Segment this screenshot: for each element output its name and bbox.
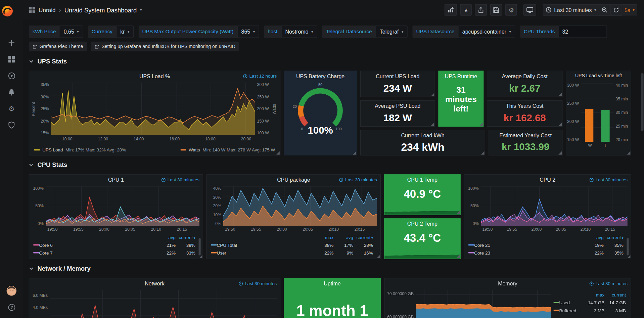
cpu-package-chart[interactable] [223, 186, 377, 226]
panel-title[interactable]: CPU 1 Temp [384, 175, 460, 184]
server-admin-shield-icon[interactable] [0, 117, 23, 133]
axis-tick: 19:50 [225, 227, 235, 233]
dashboard-settings-gear-icon[interactable]: ⚙ [506, 4, 517, 15]
panel-title[interactable]: UPS Battery Charge [284, 71, 357, 81]
ups-load-chart[interactable] [51, 83, 255, 135]
panel-title[interactable]: Average PSU Load [361, 101, 434, 110]
svg-text:20: 20 [293, 104, 297, 108]
alerting-bell-icon[interactable] [0, 84, 23, 100]
variable-value-dropdown[interactable]: Telegraf▾ [376, 26, 408, 38]
axis-tick: 19:55 [507, 227, 517, 233]
cpu2-chart[interactable] [481, 186, 628, 226]
save-icon[interactable] [490, 4, 502, 15]
legend-series-name[interactable]: Core 6 [39, 242, 156, 247]
dashboard-link[interactable]: Grafana Plex Theme [29, 42, 87, 51]
section-cpu-stats[interactable]: CPU Stats [29, 161, 67, 168]
series-color-dash [34, 149, 40, 150]
explore-icon[interactable] [0, 67, 23, 84]
caret-down-icon: ▾ [402, 30, 404, 34]
dashboard-link[interactable]: Setting up Grafana and InfluxDB for UPS … [91, 42, 239, 51]
user-avatar[interactable] [0, 282, 23, 299]
y-axis-label-left: Percent [31, 83, 36, 135]
section-ups-stats[interactable]: UPS Stats [29, 57, 67, 64]
variable-value-dropdown[interactable]: Nostromo▾ [281, 26, 317, 38]
network-chart[interactable] [50, 290, 277, 318]
variable-value-dropdown[interactable]: apcupsd-container▾ [458, 26, 515, 38]
refresh-icon[interactable] [610, 4, 622, 15]
cpu-threads-input[interactable] [558, 26, 607, 38]
panel-title[interactable]: Estimated Yearly Cost [489, 130, 562, 140]
add-panel-icon[interactable] [445, 4, 457, 15]
panel-title[interactable]: UPS Load vs Time left [566, 71, 631, 81]
ups-load-time-bar-chart[interactable] [581, 84, 614, 142]
legend-scrollbar[interactable] [627, 238, 629, 255]
panel-average-daily-cost: Average Daily Cost kr 2.67 [487, 71, 562, 97]
variable-value-dropdown[interactable]: 0.65▾ [60, 26, 83, 38]
variable-value-dropdown[interactable]: 865▾ [237, 26, 259, 38]
legend-sort-avg[interactable]: avg [333, 235, 353, 240]
panel-ups-load-vs-time-left: UPS Load vs Time left 300 W250 W200 W150… [566, 71, 631, 155]
legend-row: User 22% 9% 16% [211, 249, 373, 257]
legend-sort-current[interactable]: current▾ [176, 235, 195, 240]
configuration-gear-icon[interactable]: ⚙ [0, 100, 23, 117]
axis-tick: 20:05 [125, 227, 135, 233]
dashboard-title[interactable]: Unraid System Dashboard [64, 6, 137, 13]
legend-series-name[interactable]: Core 21 [474, 242, 584, 247]
panel-title[interactable]: Current UPS Load [361, 71, 434, 81]
panel-title[interactable]: Current Load kWh [361, 130, 485, 140]
navbar-actions: ★ ⚙ Last 30 minutes ▾ [445, 4, 644, 15]
memory-chart[interactable] [416, 290, 551, 318]
refresh-interval-dropdown[interactable]: 5s ▾ [622, 4, 638, 15]
legend-series-name[interactable]: Core 7 [39, 250, 156, 255]
legend-series-name[interactable]: Buffered [559, 308, 583, 313]
legend-sort-avg[interactable]: avg [156, 235, 176, 240]
legend-series-name[interactable]: Watts [189, 147, 200, 152]
legend-sort-avg[interactable]: avg [584, 235, 604, 240]
axis-tick: 12:00 [98, 137, 108, 142]
panel-title[interactable]: Average Daily Cost [487, 71, 562, 81]
legend-table: avg current▾ Core 21 19% 35% Core 23 22%… [468, 233, 624, 257]
page-scrollbar[interactable] [641, 73, 644, 131]
legend-sort-max[interactable]: max [583, 292, 605, 297]
caret-down-icon: ▾ [311, 30, 313, 34]
create-icon[interactable] [0, 35, 23, 51]
breadcrumb-app[interactable]: Unraid [39, 7, 56, 13]
panel-title[interactable]: UPS Runtime [439, 71, 483, 81]
help-icon[interactable]: ? [0, 299, 23, 315]
panel-title[interactable]: This Years Cost [487, 101, 562, 110]
dashboards-icon[interactable] [0, 51, 23, 67]
cpu1-chart[interactable] [46, 186, 199, 226]
star-icon[interactable]: ★ [460, 4, 472, 15]
variable-label: CPU Threads [520, 26, 559, 38]
section-network-memory[interactable]: Network / Memory [29, 265, 91, 272]
legend-entry[interactable]: WattsMin: 148 W Max: 278 W Avg: 175 W [180, 147, 275, 152]
panel-network: Network Last 30 minutes 6.0 MBs4.0 MBs2.… [29, 278, 281, 318]
cycle-view-monitor-icon[interactable] [524, 4, 537, 15]
share-icon[interactable] [475, 4, 487, 15]
legend-series-name[interactable]: Core 23 [474, 250, 584, 255]
legend-sort-current[interactable]: current▾ [604, 235, 624, 240]
grafana-logo-icon[interactable] [0, 3, 15, 18]
legend-entry[interactable]: UPS LoadMin: 17% Max: 32% Avg: 20% [34, 147, 126, 152]
panel-title[interactable]: CPU 2 Temp [384, 219, 460, 229]
legend-row: Buffered 3 MB 3 MB [553, 306, 626, 314]
panel-time-override: Last 30 minutes [589, 281, 627, 286]
legend-sort-max[interactable]: max [314, 235, 333, 240]
panel-title[interactable]: Uptime [284, 278, 380, 288]
panel-title[interactable]: UPS Load % [29, 71, 280, 81]
axis-tick: 20:00 [99, 227, 109, 233]
variable-value-dropdown[interactable]: kr▾ [116, 26, 134, 38]
legend-series-name[interactable]: CPU Total [217, 242, 314, 247]
time-range-picker[interactable]: Last 30 minutes ▾ [543, 4, 599, 15]
legend-series-name[interactable]: Used [559, 300, 583, 305]
zoom-out-icon[interactable] [599, 4, 610, 15]
legend-series-name[interactable]: User [217, 250, 314, 255]
legend-rows: CPU Total 38% 17% 28% User 22% 9% 16% [211, 241, 373, 257]
caret-down-icon[interactable]: ▾ [140, 8, 142, 12]
legend-series-name[interactable]: UPS Load [42, 147, 63, 152]
legend-sort-current[interactable]: current [604, 292, 626, 297]
legend-scrollbar[interactable] [199, 238, 201, 255]
legend-sort-current[interactable]: current▾ [353, 235, 373, 240]
axis-tick: 100 W [257, 131, 271, 135]
clock-icon [243, 74, 247, 78]
